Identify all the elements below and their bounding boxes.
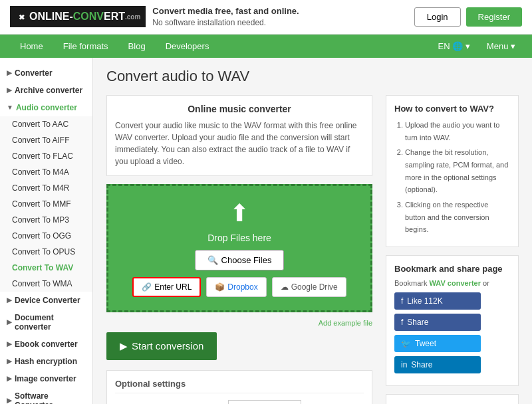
sidebar-item-m4a[interactable]: Convert To M4A: [0, 164, 92, 180]
content-area: Convert audio to WAV Online music conver…: [93, 58, 532, 404]
sidebar-section-hash[interactable]: ▶ Hash encryption: [0, 353, 92, 370]
sidebar-item-m4r[interactable]: Convert To M4R: [0, 180, 92, 196]
logo: ✖ ONLINE-CONVERT.com Convert media free,…: [10, 5, 299, 29]
enter-url-button[interactable]: 🔗 Enter URL: [132, 277, 201, 297]
info-title: Online music converter: [115, 104, 364, 114]
facebook-share-icon: f: [401, 318, 403, 327]
content-main: Online music converter Convert your audi…: [106, 95, 372, 404]
right-sidebar: How to convert to WAV? Upload the audio …: [386, 95, 519, 404]
twitter-icon: 🐦: [401, 339, 411, 348]
search-icon: 🔍: [207, 255, 218, 265]
nav-file-formats[interactable]: File formats: [53, 35, 118, 58]
bookmark-text: Bookmark WAV converter or: [394, 279, 510, 287]
sidebar-section-image[interactable]: ▶ Image converter: [0, 370, 92, 387]
arrow-icon: ▶: [7, 296, 12, 304]
linkedin-button[interactable]: in Share: [394, 356, 481, 373]
sidebar-section-software[interactable]: ▶ Software Converter: [0, 387, 92, 404]
sidebar-item-wav[interactable]: Convert To WAV: [0, 260, 92, 276]
arrow-icon: ▶: [7, 69, 12, 76]
start-conversion-button[interactable]: ▶ Start conversion: [106, 332, 217, 360]
choose-files-button[interactable]: 🔍 Choose Files: [195, 250, 285, 270]
logo-image: ✖ ONLINE-CONVERT.com: [10, 6, 146, 27]
arrow-icon: ▶: [7, 86, 12, 94]
how-to-list: Upload the audio you want to turn into W…: [394, 119, 510, 236]
sidebar-audio-items: Convert To AAC Convert To AIFF Convert T…: [0, 116, 92, 292]
twitter-button[interactable]: 🐦 Tweet: [394, 335, 481, 352]
facebook-icon: f: [401, 296, 403, 306]
bookmark-title: Bookmark and share page: [394, 264, 510, 274]
dropbox-button[interactable]: 📦 Dropbox: [206, 277, 266, 297]
drop-text: Drop Files here: [122, 233, 357, 243]
link-icon: 🔗: [142, 282, 152, 292]
sidebar: ▶ Converter ▶ Archive converter ▼ Audio …: [0, 58, 93, 404]
sidebar-item-aac[interactable]: Convert To AAC: [0, 116, 92, 132]
sidebar-section-audio[interactable]: ▼ Audio converter: [0, 99, 92, 116]
wav-converter-link[interactable]: WAV converter: [430, 279, 481, 287]
sidebar-section-converter[interactable]: ▶ Converter: [0, 64, 92, 82]
arrow-icon: ▼: [7, 104, 13, 111]
how-to-step-3: Clicking on the respective button and th…: [405, 199, 510, 236]
sidebar-section-document[interactable]: ▶ Document converter: [0, 309, 92, 336]
play-icon: ▶: [120, 340, 128, 352]
page-title: Convert audio to WAV: [106, 68, 519, 85]
menu-button[interactable]: Menu ▾: [480, 35, 522, 58]
sidebar-item-mmf[interactable]: Convert To MMF: [0, 196, 92, 212]
setting-bit-resolution: Change bit resolution: no change: [115, 400, 364, 404]
sidebar-section-device[interactable]: ▶ Device Converter: [0, 292, 92, 309]
arrow-icon: ▶: [7, 357, 12, 365]
nav-right: EN 🌐 ▾ Menu ▾: [432, 35, 522, 58]
logo-tagline: Convert media free, fast and online. No …: [152, 5, 299, 29]
example-link[interactable]: Add example file: [106, 319, 372, 327]
sidebar-item-aiff[interactable]: Convert To AIFF: [0, 132, 92, 148]
facebook-share-button[interactable]: f Share: [394, 314, 481, 331]
drop-zone[interactable]: ⬆ Drop Files here 🔍 Choose Files 🔗 Enter…: [106, 184, 372, 312]
sidebar-item-mp3[interactable]: Convert To MP3: [0, 212, 92, 228]
how-to-box: How to convert to WAV? Upload the audio …: [386, 95, 519, 247]
how-to-step-2: Change the bit resolution, sampling rate…: [405, 146, 510, 196]
arrow-icon: ▶: [7, 318, 12, 326]
main-layout: ▶ Converter ▶ Archive converter ▼ Audio …: [0, 58, 532, 404]
sidebar-section-archive[interactable]: ▶ Archive converter: [0, 82, 92, 99]
register-button[interactable]: Register: [466, 7, 522, 27]
dropbox-icon: 📦: [215, 282, 225, 292]
nav-developers[interactable]: Developers: [156, 35, 219, 58]
more-audio-box: More audio converter Music converter to …: [386, 394, 519, 404]
sidebar-item-ogg[interactable]: Convert To OGG: [0, 228, 92, 244]
arrow-icon: ▶: [7, 340, 12, 348]
info-box: Online music converter Convert your audi…: [106, 95, 372, 176]
drop-buttons: 🔗 Enter URL 📦 Dropbox ☁ Google Drive: [122, 277, 357, 297]
language-selector[interactable]: EN 🌐 ▾: [432, 35, 477, 58]
bookmark-box: Bookmark and share page Bookmark WAV con…: [386, 255, 519, 386]
facebook-like-button[interactable]: f Like 112K: [394, 292, 481, 310]
nav-home[interactable]: Home: [10, 35, 53, 58]
optional-title: Optional settings: [115, 379, 364, 393]
arrow-icon: ▶: [7, 375, 12, 382]
optional-settings: Optional settings Change bit resolution:…: [106, 370, 372, 404]
sidebar-item-opus[interactable]: Convert To OPUS: [0, 244, 92, 260]
nav-bar: Home File formats Blog Developers EN 🌐 ▾…: [0, 35, 532, 58]
linkedin-icon: in: [401, 360, 407, 369]
header-buttons: Login Register: [414, 7, 522, 27]
content-columns: Online music converter Convert your audi…: [106, 95, 519, 404]
sidebar-item-flac[interactable]: Convert To FLAC: [0, 148, 92, 164]
google-drive-button[interactable]: ☁ Google Drive: [272, 277, 346, 297]
sidebar-item-wma[interactable]: Convert To WMA: [0, 276, 92, 292]
login-button[interactable]: Login: [414, 7, 461, 27]
arrow-icon: ▶: [7, 397, 12, 404]
info-text: Convert your audio like music to the WAV…: [115, 120, 364, 167]
bit-resolution-select[interactable]: no change: [228, 400, 301, 404]
how-to-step-1: Upload the audio you want to turn into W…: [405, 119, 510, 144]
how-to-title: How to convert to WAV?: [394, 104, 510, 114]
upload-icon: ⬆: [122, 199, 357, 227]
nav-blog[interactable]: Blog: [118, 35, 156, 58]
header: ✖ ONLINE-CONVERT.com Convert media free,…: [0, 0, 532, 35]
gdrive-icon: ☁: [281, 282, 289, 292]
sidebar-section-ebook[interactable]: ▶ Ebook converter: [0, 336, 92, 353]
